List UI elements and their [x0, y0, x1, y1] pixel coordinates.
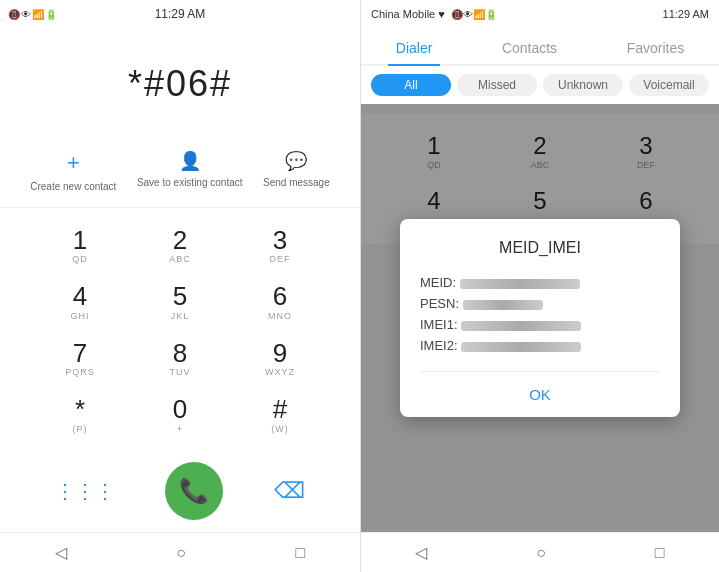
- pesn-value: [463, 300, 543, 310]
- right-tab-bar: Dialer Contacts Favorites: [361, 28, 719, 66]
- modal-row-meid: MEID:: [420, 275, 660, 290]
- left-back-button[interactable]: ◁: [55, 543, 67, 562]
- right-status-bar: China Mobile ♥ 📵👁📶🔋 11:29 AM: [361, 0, 719, 28]
- key-7[interactable]: 7PQRS: [30, 331, 130, 388]
- call-button[interactable]: 📞: [165, 462, 223, 520]
- right-home-button[interactable]: ○: [536, 544, 546, 562]
- tab-favorites[interactable]: Favorites: [619, 36, 693, 60]
- filter-all[interactable]: All: [371, 74, 451, 96]
- right-status-time: 11:29 AM: [663, 8, 709, 20]
- meid-label: MEID:: [420, 275, 456, 290]
- imei1-value: [461, 321, 581, 331]
- key-3[interactable]: 3DEF: [230, 218, 330, 275]
- right-recents-button[interactable]: □: [655, 544, 665, 562]
- right-filter-bar: All Missed Unknown Voicemail: [361, 66, 719, 104]
- left-status-bar: 📵👁📶🔋 11:29 AM: [0, 0, 360, 28]
- left-dialer-actions: + Create new contact 👤 Save to existing …: [0, 140, 360, 208]
- key-0[interactable]: 0+: [130, 387, 230, 444]
- filter-missed[interactable]: Missed: [457, 74, 537, 96]
- modal-overlay: MEID_IMEI MEID: PESN: IMEI1:: [361, 104, 719, 532]
- send-message-icon: 💬: [285, 150, 307, 172]
- filter-unknown[interactable]: Unknown: [543, 74, 623, 96]
- tab-dialer[interactable]: Dialer: [388, 36, 441, 66]
- imei2-value: [461, 342, 581, 352]
- send-message-label: Send message: [263, 177, 330, 188]
- key-5[interactable]: 5JKL: [130, 274, 230, 331]
- right-content-area: 1QD 2ABC 3DEF 4 5 6 MEID_IMEI MEID: PESN…: [361, 104, 719, 532]
- modal-ok-button[interactable]: OK: [489, 376, 591, 413]
- save-contact-icon: 👤: [179, 150, 201, 172]
- meid-imei-modal: MEID_IMEI MEID: PESN: IMEI1:: [400, 219, 680, 417]
- key-9[interactable]: 9WXYZ: [230, 331, 330, 388]
- key-star[interactable]: *(P): [30, 387, 130, 444]
- modal-body: MEID: PESN: IMEI1: IMEI2:: [420, 275, 660, 371]
- save-contact-button[interactable]: 👤 Save to existing contact: [137, 150, 243, 192]
- left-nav-bar: ◁ ○ □: [0, 532, 360, 572]
- right-phone: China Mobile ♥ 📵👁📶🔋 11:29 AM Dialer Cont…: [360, 0, 719, 572]
- create-contact-label: Create new contact: [30, 181, 116, 192]
- right-back-button[interactable]: ◁: [415, 543, 427, 562]
- key-4[interactable]: 4GHI: [30, 274, 130, 331]
- left-phone: 📵👁📶🔋 11:29 AM *#06# + Create new contact…: [0, 0, 360, 572]
- modal-footer: OK: [420, 371, 660, 417]
- left-status-icons: 📵👁📶🔋: [8, 9, 58, 20]
- phone-icon: 📞: [179, 477, 209, 505]
- right-carrier-text: China Mobile ♥: [371, 8, 445, 20]
- key-hash[interactable]: #(W): [230, 387, 330, 444]
- dialpad-grid-icon[interactable]: ⋮⋮⋮: [55, 479, 115, 503]
- delete-icon[interactable]: ⌫: [274, 478, 305, 504]
- send-message-button[interactable]: 💬 Send message: [263, 150, 330, 192]
- modal-title: MEID_IMEI: [420, 239, 660, 257]
- imei2-label: IMEI2:: [420, 338, 458, 353]
- right-status-icons: 📵👁📶🔋: [451, 9, 497, 20]
- save-contact-label: Save to existing contact: [137, 177, 243, 188]
- create-contact-icon: +: [67, 150, 80, 176]
- modal-row-pesn: PESN:: [420, 296, 660, 311]
- imei1-label: IMEI1:: [420, 317, 458, 332]
- left-dialer-display: *#06#: [0, 28, 360, 140]
- left-home-button[interactable]: ○: [176, 544, 186, 562]
- left-dialer-text: *#06#: [128, 63, 232, 105]
- filter-voicemail[interactable]: Voicemail: [629, 74, 709, 96]
- left-dialer-bottom: ⋮⋮⋮ 📞 ⌫: [0, 454, 360, 532]
- left-recents-button[interactable]: □: [296, 544, 306, 562]
- create-contact-button[interactable]: + Create new contact: [30, 150, 116, 192]
- modal-row-imei1: IMEI1:: [420, 317, 660, 332]
- key-8[interactable]: 8TUV: [130, 331, 230, 388]
- left-keypad: 1QD 2ABC 3DEF 4GHI 5JKL 6MNO 7PQRS 8TUV …: [0, 208, 360, 454]
- left-status-time: 11:29 AM: [155, 7, 206, 21]
- key-6[interactable]: 6MNO: [230, 274, 330, 331]
- modal-row-imei2: IMEI2:: [420, 338, 660, 353]
- pesn-label: PESN:: [420, 296, 459, 311]
- key-2[interactable]: 2ABC: [130, 218, 230, 275]
- key-1[interactable]: 1QD: [30, 218, 130, 275]
- right-nav-bar: ◁ ○ □: [361, 532, 719, 572]
- meid-value: [460, 279, 580, 289]
- tab-contacts[interactable]: Contacts: [494, 36, 565, 60]
